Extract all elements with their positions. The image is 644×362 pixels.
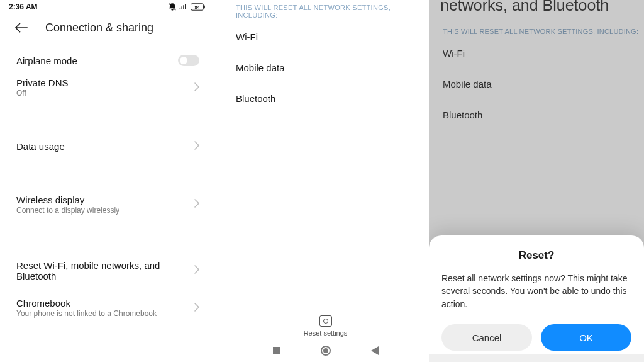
reset-item-mobiledata: Mobile data [236,62,415,73]
reset-button-label: Reset settings [222,329,429,337]
row-subtitle: Off [16,89,189,99]
reset-confirm-dialog: Reset? Reset all network settings now? T… [429,235,644,362]
dialog-message: Reset all network settings now? This mig… [441,272,631,310]
row-title: Airplane mode [16,55,173,66]
page-title: Connection & sharing [45,21,153,35]
row-title: Chromebook [16,298,189,308]
cancel-button[interactable]: Cancel [441,324,532,351]
chevron-right-icon [194,82,199,94]
airplane-toggle[interactable] [178,55,199,66]
row-title: Wireless display [16,195,189,205]
dialog-actions: Cancel OK [441,324,631,351]
battery-level: 84 [194,4,199,10]
settings-list: Airplane mode Private DNS Off Data usage… [0,41,214,333]
confirm-pane: networks, and Bluetooth THIS WILL RESET … [429,0,644,362]
chevron-right-icon [194,141,199,152]
row-data-usage[interactable]: Data usage [16,128,199,183]
reset-pane: THIS WILL RESET ALL NETWORK SETTINGS, IN… [214,0,429,362]
nav-recents-icon[interactable] [273,347,280,354]
back-button[interactable] [15,23,26,34]
reset-caption: THIS WILL RESET ALL NETWORK SETTINGS, IN… [222,0,429,19]
status-time: 2:36 AM [9,3,38,11]
reset-settings-button[interactable]: Reset settings [222,315,429,337]
reset-item-wifi: Wi-Fi [236,31,415,42]
chevron-right-icon [194,265,199,276]
chevron-right-icon [194,303,199,314]
nav-home-icon[interactable] [321,346,331,356]
nav-back-icon[interactable] [371,346,379,355]
row-title: Data usage [16,141,189,152]
navigation-bar [222,346,429,356]
reset-item-bluetooth: Bluetooth [236,93,415,104]
row-reset-network[interactable]: Reset Wi-Fi, mobile networks, and Blueto… [16,251,199,291]
dialog-title: Reset? [441,249,631,262]
svg-rect-2 [204,6,205,9]
row-title: Reset Wi-Fi, mobile networks, and Blueto… [16,260,189,281]
reset-list: Wi-Fi Mobile data Bluetooth [222,19,429,137]
row-wireless-display[interactable]: Wireless display Connect to a display wi… [16,183,199,252]
settings-pane: 2:36 AM 84 Connection & sharing Ai [0,0,214,362]
dnd-icon [168,3,177,11]
row-private-dns[interactable]: Private DNS Off [16,75,199,128]
status-bar: 2:36 AM 84 [0,0,214,11]
status-right: 84 [168,3,206,11]
row-subtitle: Connect to a display wirelessly [16,206,189,216]
row-chromebook[interactable]: Chromebook Your phone is not linked to a… [16,291,199,333]
row-subtitle: Your phone is not linked to a Chromebook [16,309,189,319]
chevron-right-icon [194,199,199,210]
ok-button[interactable]: OK [541,324,631,351]
reset-icon [319,315,332,327]
bottom-shade [429,354,644,362]
row-title: Private DNS [16,77,189,88]
battery-icon: 84 [191,3,206,11]
row-airplane-mode[interactable]: Airplane mode [16,41,199,75]
signal-icon [179,3,188,11]
page-header: Connection & sharing [0,11,214,41]
